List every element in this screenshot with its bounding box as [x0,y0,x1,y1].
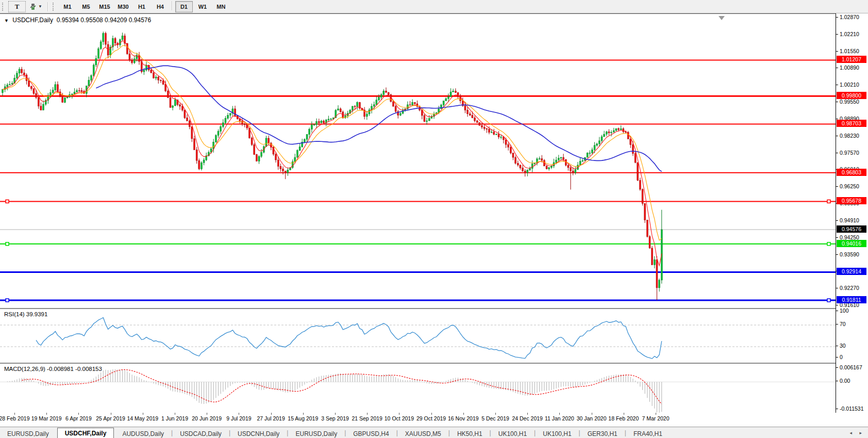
arrange-charts-button[interactable]: ▼ [27,1,45,12]
price-level-badge[interactable]: 0.91811 [837,296,866,303]
axis-tick [836,346,838,346]
date-tick [624,413,624,415]
trading-terminal-window: T ▼ M1M5M15M30H1H4D1W1MN ▼ USDCHF,Daily … [0,0,868,438]
date-tick [527,413,528,415]
date-tick [335,413,336,415]
date-tick [656,413,656,415]
macd-canvas[interactable] [0,364,836,413]
date-label: 29 Oct 2019 [416,415,446,421]
price-level-badge[interactable]: 0.95678 [837,197,866,204]
text-tool-button[interactable]: T [8,1,26,12]
axis-tick-label: 0.92270 [840,285,859,291]
date-tick [111,413,111,415]
price-level-badge[interactable]: 1.01207 [837,56,866,63]
date-tick [239,413,239,415]
main-chart-canvas[interactable] [0,14,836,309]
chart-tab-hk50-h1[interactable]: HK50,H1 [450,429,490,438]
chart-tab-fra40-h1[interactable]: FRA40,H1 [626,429,670,438]
timeframe-button-M5[interactable]: M5 [77,1,95,12]
timeframe-button-H4[interactable]: H4 [152,1,169,12]
rsi-axis-label: 70 [840,321,846,327]
chart-tab-xauusd-m5[interactable]: XAUUSD,M5 [398,429,448,438]
time-axis[interactable]: 28 Feb 201919 Mar 20196 Apr 201925 Apr 2… [0,413,868,427]
macd-panel: MACD(12,26,9) -0.008981 -0.008153 [0,363,868,414]
date-label: 11 Jan 2020 [545,415,574,421]
chart-tab-eurusd-daily[interactable]: EURUSD,Daily [0,429,56,438]
date-tick [46,413,47,415]
date-label: 1 Jun 2019 [161,415,188,421]
axis-tick-label: 0.96250 [840,183,859,189]
axis-tick [836,220,838,221]
line-handle[interactable] [827,200,830,203]
axis-tick [836,51,838,52]
chart-tab-uk100-h1[interactable]: UK100,H1 [491,429,534,438]
date-label: 15 Aug 2019 [288,415,318,421]
date-tick [78,413,79,415]
rsi-canvas[interactable] [0,309,836,363]
date-tick [463,413,464,415]
chart-tab-ger30-h1[interactable]: GER30,H1 [580,429,625,438]
axis-tick [836,119,838,119]
date-label: 16 Nov 2019 [448,415,479,421]
timeframe-button-D1[interactable]: D1 [175,1,193,12]
date-tick [367,413,368,415]
price-level-badge[interactable]: 0.99800 [837,92,866,99]
axis-tick [836,409,838,409]
line-handle[interactable] [827,242,830,246]
line-handle[interactable] [6,200,9,203]
line-handle[interactable] [6,242,9,246]
axis-tick [836,357,838,358]
axis-tick [836,305,838,305]
axis-tick-label: 0.97570 [840,150,859,156]
chart-tab-eurusd-daily[interactable]: EURUSD,Daily [288,429,344,438]
chart-tab-usdcnh-daily[interactable]: USDCNH,Daily [230,429,287,438]
timeframe-button-M1[interactable]: M1 [59,1,76,12]
price-level-badge[interactable]: 0.92914 [837,268,866,275]
rsi-panel: RSI(14) 39.9391 [0,308,868,364]
macd-axis-label: 0.006167 [840,364,862,370]
timeframe-button-H1[interactable]: H1 [133,1,151,12]
tab-scroll-arrows[interactable]: ◂ ▸ [849,430,865,435]
line-handle[interactable] [827,299,830,302]
price-level-badge[interactable]: 0.98703 [837,120,866,127]
date-label: 14 May 2019 [127,415,158,421]
timeframe-button-W1[interactable]: W1 [194,1,211,12]
toolbar-separator [47,2,48,11]
macd-label: MACD(12,26,9) -0.008981 -0.008153 [4,366,102,372]
chart-tab-usdcad-daily[interactable]: USDCAD,Daily [173,429,229,438]
current-price-badge: 0.94576 [837,225,866,233]
collapse-triangle-icon[interactable]: ▼ [4,18,9,23]
date-tick [592,413,592,415]
ohlc-high: 0.95508 [80,17,103,24]
ema-mid-line [3,45,662,240]
date-label: 6 Apr 2019 [65,415,92,421]
axis-tick [836,324,838,325]
price-level-badge[interactable]: 0.94016 [837,240,866,247]
toolbar-grip[interactable] [53,3,56,11]
axis-tick-label: 1.01550 [840,48,859,54]
date-tick [559,413,560,415]
chart-tab-uk100-h1[interactable]: UK100,H1 [536,429,578,438]
price-level-badge[interactable]: 0.96803 [837,169,866,176]
date-label: 5 Dec 2019 [481,415,509,421]
timeframe-button-M15[interactable]: M15 [96,1,113,12]
price-axis[interactable]: 1.028701.022101.015501.008901.002100.995… [836,13,868,413]
timeframe-button-MN[interactable]: MN [212,1,230,12]
axis-tick [836,288,838,288]
chart-tab-gbpusd-h4[interactable]: GBPUSD,H4 [346,429,396,438]
date-label: 10 Oct 2019 [385,415,414,421]
candles-layer [2,31,663,300]
toolbar-grip[interactable] [2,3,6,11]
timeframe-button-M30[interactable]: M30 [114,1,132,12]
ema-fast-line [3,41,662,266]
chart-tab-audusd-daily[interactable]: AUDUSD,Daily [115,429,171,438]
chart-tab-usdchf-daily[interactable]: USDCHF,Daily [57,428,114,438]
chart-shift-marker[interactable] [719,16,725,20]
date-tick [207,413,207,415]
ohlc-low: 0.94209 [105,17,127,24]
axis-tick-label: 1.02210 [840,31,859,37]
axis-tick-label: 1.00890 [840,64,859,71]
axis-tick [836,237,838,238]
main-chart-panel: ▼ USDCHF,Daily 0.95394 0.95508 0.94209 0… [0,13,868,309]
line-handle[interactable] [6,299,9,302]
